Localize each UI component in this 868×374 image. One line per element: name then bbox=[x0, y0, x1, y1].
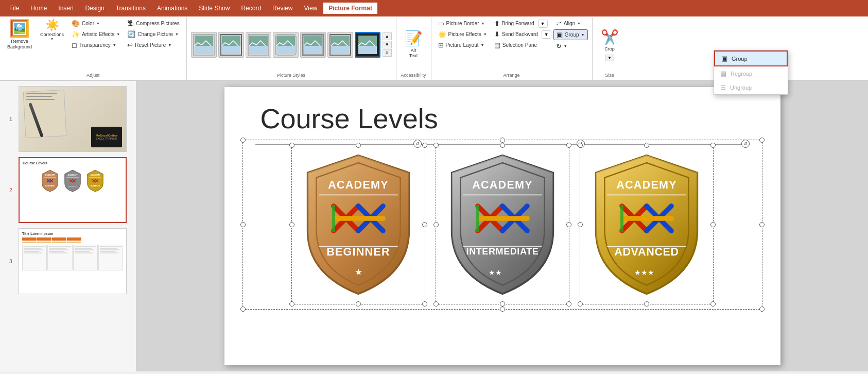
picture-border-button[interactable]: ▭Picture Border▼ bbox=[436, 19, 490, 28]
ungroup-menu-item[interactable]: ⊟ Ungroup bbox=[714, 80, 788, 94]
crop-button[interactable]: ✂️ Crop bbox=[597, 28, 623, 54]
send-backward-button[interactable]: ⬇Send Backward bbox=[492, 29, 541, 39]
color-button[interactable]: 🎨Color▼ bbox=[69, 19, 123, 28]
svg-text:INTERMEDIATE: INTERMEDIATE bbox=[68, 185, 77, 187]
artistic-effects-button[interactable]: ✨Artistic Effects▼ bbox=[69, 29, 123, 39]
gallery-more[interactable]: ≡ bbox=[383, 49, 392, 57]
svg-text:ADVANCED: ADVANCED bbox=[614, 245, 679, 258]
svg-text:BEGINNER: BEGINNER bbox=[45, 185, 55, 187]
animations-tab[interactable]: Animations bbox=[152, 3, 193, 14]
selection-pane-button[interactable]: ▤Selection Pane bbox=[492, 40, 551, 50]
bring-forward-button[interactable]: ⬆Bring Forward bbox=[492, 19, 537, 28]
compress-pictures-button[interactable]: 🗜Compress Pictures bbox=[125, 19, 182, 28]
file-tab[interactable]: File bbox=[4, 3, 24, 14]
group-dropdown-menu: ▣ Group ▤ Regroup ⊟ Ungroup bbox=[714, 50, 788, 95]
badge-intermediate[interactable]: ACADEMY INTERMEDIATE ★★ bbox=[441, 150, 564, 299]
pic-style-6[interactable] bbox=[327, 32, 353, 58]
slide-3-number: 3 bbox=[9, 259, 15, 264]
slide-title: Course Levels bbox=[250, 103, 755, 134]
svg-text:ADVANCED: ADVANCED bbox=[91, 185, 100, 187]
transitions-tab[interactable]: Transitions bbox=[111, 3, 151, 14]
slide-1-number: 1 bbox=[9, 116, 15, 122]
insert-tab[interactable]: Insert bbox=[53, 3, 79, 14]
svg-text:★: ★ bbox=[354, 267, 362, 277]
pic-style-1[interactable] bbox=[191, 32, 217, 58]
pic-style-7[interactable] bbox=[355, 32, 380, 58]
design-tab[interactable]: Design bbox=[80, 3, 109, 14]
svg-text:★★: ★★ bbox=[488, 268, 501, 277]
alt-text-button[interactable]: 📝 AltText bbox=[401, 29, 427, 60]
regroup-menu-item[interactable]: ▤ Regroup bbox=[714, 66, 788, 80]
bring-forward-dropdown[interactable]: ▼ bbox=[538, 20, 548, 28]
svg-rect-8 bbox=[249, 36, 268, 46]
record-tab[interactable]: Record bbox=[236, 3, 266, 14]
svg-rect-21 bbox=[358, 36, 377, 46]
picture-layout-button[interactable]: ⊞Picture Layout▼ bbox=[436, 40, 490, 50]
svg-text:ACADEMY: ACADEMY bbox=[472, 178, 533, 191]
crop-dropdown[interactable]: ▼ bbox=[605, 55, 614, 61]
canvas-area: Course Levels ↺ ↺ ↺ bbox=[136, 81, 868, 371]
corrections-button[interactable]: ☀️ Corrections ▼ bbox=[37, 18, 67, 42]
svg-text:ACADEMY: ACADEMY bbox=[616, 178, 677, 191]
svg-text:BEGINNER: BEGINNER bbox=[326, 245, 390, 258]
slide-2-thumb[interactable]: Course Levels ACADEMY BEGINNER ACAD bbox=[19, 157, 127, 223]
slide-2-number: 2 bbox=[9, 188, 15, 193]
send-backward-dropdown[interactable]: ▼ bbox=[542, 30, 551, 39]
remove-background-button[interactable]: 🖼️ RemoveBackground bbox=[4, 18, 35, 52]
slide-1-thumb[interactable]: MyExcelOnline EXCEL TRAINING bbox=[19, 86, 127, 152]
svg-text:ACADEMY: ACADEMY bbox=[45, 175, 55, 177]
transparency-button[interactable]: ◻Transparency▼ bbox=[69, 40, 123, 50]
svg-rect-14 bbox=[304, 36, 322, 46]
picture-format-tab[interactable]: Picture Format bbox=[323, 3, 377, 14]
slideshow-tab[interactable]: Slide Show bbox=[194, 3, 235, 14]
group-button[interactable]: ▣Group▼ bbox=[553, 29, 588, 40]
svg-text:INTERMEDIATE: INTERMEDIATE bbox=[466, 246, 539, 256]
pic-style-2[interactable] bbox=[218, 32, 244, 58]
view-tab[interactable]: View bbox=[299, 3, 322, 14]
reset-picture-button[interactable]: ↩Reset Picture▼ bbox=[125, 40, 182, 50]
rotate-button[interactable]: ↻▼ bbox=[553, 41, 588, 51]
picture-effects-button[interactable]: 🌟Picture Effects▼ bbox=[436, 29, 490, 39]
svg-text:ACADEMY: ACADEMY bbox=[90, 175, 100, 177]
group-menu-item[interactable]: ▣ Group bbox=[714, 50, 788, 66]
review-tab[interactable]: Review bbox=[267, 3, 298, 14]
badge-beginner[interactable]: ACADEMY BEGINNER ★ bbox=[297, 150, 420, 299]
svg-rect-5 bbox=[222, 36, 240, 46]
badge-advanced[interactable]: ACADEMY ADVANCED ★★★ bbox=[585, 150, 708, 299]
gallery-scroll-down[interactable]: ▼ bbox=[383, 41, 392, 48]
svg-text:★★★: ★★★ bbox=[634, 268, 654, 277]
slide-3-thumb[interactable]: Title Lorem Ipsum bbox=[19, 228, 127, 294]
pic-style-5[interactable] bbox=[300, 32, 326, 58]
slide-canvas: Course Levels ↺ ↺ ↺ bbox=[224, 87, 780, 365]
svg-rect-11 bbox=[276, 36, 295, 46]
svg-rect-17 bbox=[331, 36, 350, 46]
home-tab[interactable]: Home bbox=[25, 3, 52, 14]
svg-text:ACADEMY: ACADEMY bbox=[67, 175, 78, 177]
pic-style-4[interactable] bbox=[273, 32, 299, 58]
gallery-scroll-up[interactable]: ▲ bbox=[383, 32, 392, 40]
change-picture-button[interactable]: 🔄Change Picture▼ bbox=[125, 29, 182, 39]
align-button[interactable]: ⇌Align▼ bbox=[553, 19, 588, 28]
svg-text:ACADEMY: ACADEMY bbox=[328, 178, 389, 191]
pic-style-3[interactable] bbox=[246, 32, 271, 58]
svg-rect-2 bbox=[195, 36, 213, 46]
